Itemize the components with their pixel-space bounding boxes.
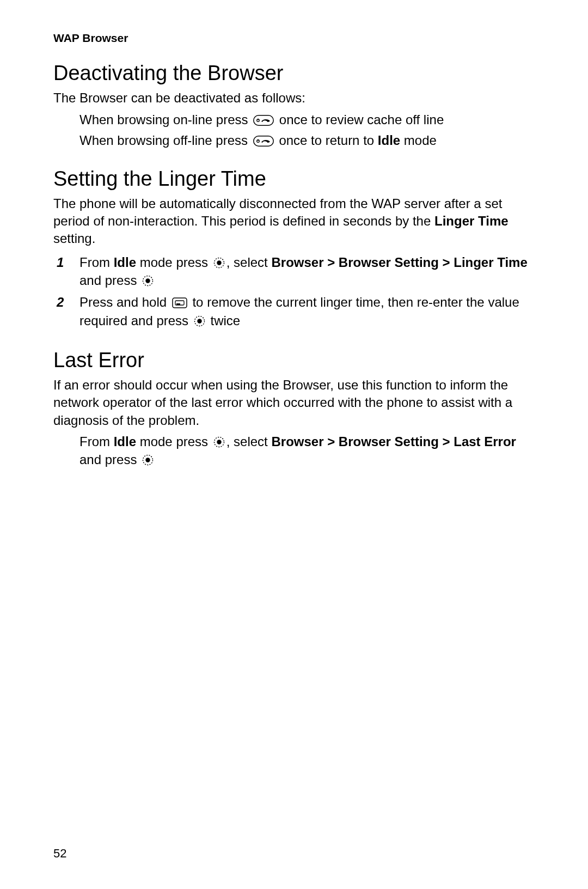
text: and press [79, 452, 140, 467]
svg-point-18 [145, 458, 150, 462]
nav-select-key-icon [194, 315, 205, 327]
text: , select [226, 434, 272, 449]
page-container: WAP Browser Deactivating the Browser The… [0, 0, 588, 889]
svg-point-7 [217, 260, 221, 265]
page-number: 52 [53, 847, 66, 861]
deactivating-line1: When browsing on-line press once to revi… [79, 110, 535, 130]
deactivating-steps: When browsing on-line press once to revi… [79, 110, 535, 150]
nav-select-key-icon [213, 436, 225, 448]
text: From [79, 255, 114, 270]
svg-point-16 [217, 440, 221, 444]
clear-key-icon [172, 297, 187, 308]
step-number: 1 [53, 253, 79, 272]
svg-rect-10 [173, 298, 187, 308]
svg-point-14 [197, 319, 201, 323]
end-call-key-icon [253, 136, 274, 147]
heading-linger-time: Setting the Linger Time [53, 167, 535, 192]
text: Press and hold [79, 295, 170, 309]
text: twice [210, 313, 240, 328]
text: When browsing off-line press [79, 133, 252, 148]
heading-deactivating: Deactivating the Browser [53, 61, 535, 86]
last-error-instruction: From Idle mode press , select Browser > … [79, 433, 535, 469]
path-bold: Browser > Browser Setting > Last Error [271, 434, 516, 449]
text: mode [400, 133, 437, 148]
text: and press [79, 273, 140, 288]
linger-time-bold: Linger Time [434, 214, 509, 228]
text: setting. [53, 231, 95, 246]
text: When browsing on-line press [79, 112, 252, 127]
deactivating-intro: The Browser can be deactivated as follow… [53, 89, 535, 107]
step-body: From Idle mode press , select Browser > … [79, 253, 535, 290]
idle-bold: Idle [114, 434, 136, 449]
nav-select-key-icon [142, 454, 154, 466]
text: , select [226, 255, 272, 270]
deactivating-line2: When browsing off-line press once to ret… [79, 131, 535, 150]
heading-last-error: Last Error [53, 348, 535, 373]
step-1: 1 From Idle mode press , select Browser … [53, 253, 535, 290]
idle-bold: Idle [378, 133, 400, 148]
path-bold: Browser > Browser Setting > Linger Time [271, 255, 527, 270]
idle-bold: Idle [114, 255, 136, 270]
linger-steps: 1 From Idle mode press , select Browser … [53, 253, 535, 330]
linger-paragraph: The phone will be automatically disconne… [53, 195, 535, 248]
text: once to review cache off line [279, 112, 444, 127]
last-error-paragraph: If an error should occur when using the … [53, 376, 535, 429]
text: mode press [136, 255, 212, 270]
end-call-key-icon [253, 115, 274, 126]
text: once to return to [279, 133, 377, 148]
running-head: WAP Browser [53, 32, 535, 45]
nav-select-key-icon [213, 257, 225, 269]
nav-select-key-icon [142, 275, 154, 287]
step-2: 2 Press and hold to remove the current l… [53, 293, 535, 330]
svg-rect-12 [176, 303, 180, 305]
text: mode press [136, 434, 212, 449]
text: From [79, 434, 114, 449]
step-body: Press and hold to remove the current lin… [79, 293, 535, 330]
svg-point-9 [145, 279, 150, 283]
step-number: 2 [53, 293, 79, 312]
